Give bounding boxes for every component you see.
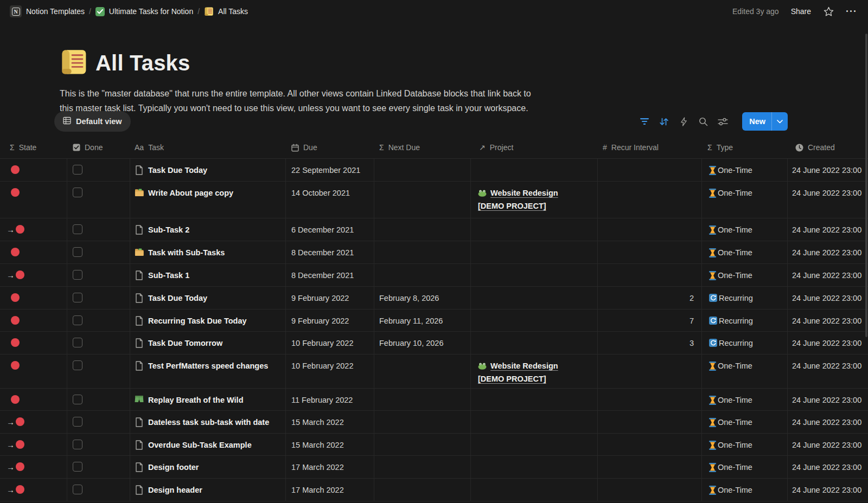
- done-checkbox[interactable]: [73, 485, 82, 494]
- due-cell[interactable]: 17 March 2022: [286, 479, 374, 501]
- due-cell[interactable]: 9 February 2022: [286, 309, 374, 331]
- done-checkbox[interactable]: [73, 417, 82, 427]
- breadcrumb-item[interactable]: All Tasks: [201, 5, 251, 18]
- column-header-created[interactable]: Created: [788, 137, 868, 158]
- task-title[interactable]: Replay Breath of the Wild: [148, 394, 244, 407]
- recur-interval-cell[interactable]: [598, 159, 702, 181]
- task-cell[interactable]: Replay Breath of the Wild: [130, 389, 286, 410]
- due-cell[interactable]: 22 September 2021: [286, 159, 374, 181]
- column-header-due[interactable]: Due: [286, 137, 374, 158]
- search-button[interactable]: [698, 116, 709, 127]
- project-cell[interactable]: [471, 264, 598, 286]
- task-cell[interactable]: Sub-Task 1: [130, 264, 286, 286]
- done-checkbox[interactable]: [73, 360, 82, 370]
- recur-interval-cell[interactable]: [598, 182, 702, 218]
- task-title[interactable]: Task Due Today: [148, 292, 207, 305]
- project-cell[interactable]: [471, 479, 598, 501]
- task-cell[interactable]: Write About page copy: [130, 182, 286, 218]
- due-cell[interactable]: 11 February 2022: [286, 389, 374, 410]
- task-title[interactable]: Sub-Task 2: [148, 223, 189, 236]
- done-checkbox[interactable]: [73, 247, 82, 257]
- recur-interval-cell[interactable]: [598, 218, 702, 241]
- project-cell[interactable]: [471, 241, 598, 263]
- done-checkbox[interactable]: [73, 293, 82, 302]
- project-cell[interactable]: [471, 309, 598, 331]
- page-icon-scroll[interactable]: [60, 48, 88, 78]
- recur-interval-cell[interactable]: [598, 389, 702, 410]
- task-title[interactable]: Task Due Today: [148, 164, 207, 177]
- column-header-done[interactable]: Done: [67, 137, 130, 158]
- column-header-type[interactable]: ΣType: [702, 137, 788, 158]
- breadcrumb-item[interactable]: NNotion Templates: [7, 4, 88, 19]
- done-checkbox[interactable]: [73, 224, 82, 234]
- task-cell[interactable]: Task Due Today: [130, 159, 286, 181]
- recur-interval-cell[interactable]: 3: [598, 332, 702, 354]
- project-cell[interactable]: [471, 287, 598, 309]
- project-cell[interactable]: Website Redesign[DEMO PROJECT]: [471, 182, 598, 218]
- tab-default-view[interactable]: Default view: [54, 111, 131, 132]
- project-link[interactable]: Website Redesign[DEMO PROJECT]: [478, 359, 558, 385]
- sort-button[interactable]: [659, 116, 669, 127]
- task-cell[interactable]: Sub-Task 2: [130, 218, 286, 241]
- recur-interval-cell[interactable]: [598, 434, 702, 455]
- project-cell[interactable]: [471, 389, 598, 410]
- automations-button[interactable]: [678, 116, 689, 127]
- project-cell[interactable]: [471, 434, 598, 455]
- recur-interval-cell[interactable]: [598, 479, 702, 501]
- project-cell[interactable]: [471, 218, 598, 241]
- task-cell[interactable]: Dateless task sub-task with date: [130, 411, 286, 433]
- task-cell[interactable]: Task Due Tomorrow: [130, 332, 286, 354]
- project-link[interactable]: Website Redesign[DEMO PROJECT]: [478, 186, 558, 212]
- due-cell[interactable]: 9 February 2022: [286, 287, 374, 309]
- page-title[interactable]: All Tasks: [95, 51, 190, 75]
- task-title[interactable]: Overdue Sub-Task Example: [148, 438, 252, 452]
- done-checkbox[interactable]: [73, 395, 82, 404]
- view-options-button[interactable]: [717, 116, 728, 127]
- due-cell[interactable]: 15 March 2022: [286, 411, 374, 433]
- new-button-label[interactable]: New: [742, 112, 771, 131]
- due-cell[interactable]: 6 December 2021: [286, 218, 374, 241]
- recur-interval-cell[interactable]: 7: [598, 309, 702, 331]
- task-title[interactable]: Design footer: [148, 461, 199, 474]
- task-cell[interactable]: Design footer: [130, 456, 286, 478]
- more-options-button[interactable]: ···: [846, 7, 857, 16]
- column-header-state[interactable]: ΣState: [0, 137, 67, 158]
- project-cell[interactable]: [471, 456, 598, 478]
- breadcrumb-item[interactable]: Ultimate Tasks for Notion: [92, 5, 196, 18]
- done-checkbox[interactable]: [73, 165, 82, 175]
- task-title[interactable]: Design header: [148, 483, 202, 496]
- task-title[interactable]: Sub-Task 1: [148, 269, 189, 282]
- task-cell[interactable]: Recurring Task Due Today: [130, 309, 286, 331]
- vertical-scrollbar[interactable]: [865, 34, 867, 337]
- project-cell[interactable]: Website Redesign[DEMO PROJECT]: [471, 354, 598, 388]
- task-title[interactable]: Write About page copy: [148, 186, 233, 199]
- task-cell[interactable]: Design header: [130, 479, 286, 501]
- new-dropdown-button[interactable]: [771, 112, 788, 131]
- due-cell[interactable]: 15 March 2022: [286, 434, 374, 455]
- task-title[interactable]: Task Due Tomorrow: [148, 337, 222, 350]
- task-title[interactable]: Dateless task sub-task with date: [148, 416, 269, 429]
- share-button[interactable]: Share: [791, 7, 811, 16]
- recur-interval-cell[interactable]: [598, 354, 702, 388]
- done-checkbox[interactable]: [73, 462, 82, 472]
- project-cell[interactable]: [471, 159, 598, 181]
- done-checkbox[interactable]: [73, 188, 82, 197]
- task-title[interactable]: Recurring Task Due Today: [148, 314, 247, 327]
- task-cell[interactable]: Overdue Sub-Task Example: [130, 434, 286, 455]
- column-header-project[interactable]: ↗Project: [471, 137, 598, 158]
- recur-interval-cell[interactable]: [598, 456, 702, 478]
- task-cell[interactable]: Task Due Today: [130, 287, 286, 309]
- column-header-recur[interactable]: #Recur Interval: [598, 137, 702, 158]
- done-checkbox[interactable]: [73, 270, 82, 280]
- done-checkbox[interactable]: [73, 315, 82, 325]
- project-cell[interactable]: [471, 332, 598, 354]
- new-button[interactable]: New: [742, 112, 788, 131]
- due-cell[interactable]: 14 October 2021: [286, 182, 374, 218]
- recur-interval-cell[interactable]: 2: [598, 287, 702, 309]
- recur-interval-cell[interactable]: [598, 241, 702, 263]
- star-icon[interactable]: [823, 6, 834, 17]
- due-cell[interactable]: 10 February 2022: [286, 332, 374, 354]
- done-checkbox[interactable]: [73, 338, 82, 347]
- filter-button[interactable]: [639, 116, 650, 127]
- recur-interval-cell[interactable]: [598, 411, 702, 433]
